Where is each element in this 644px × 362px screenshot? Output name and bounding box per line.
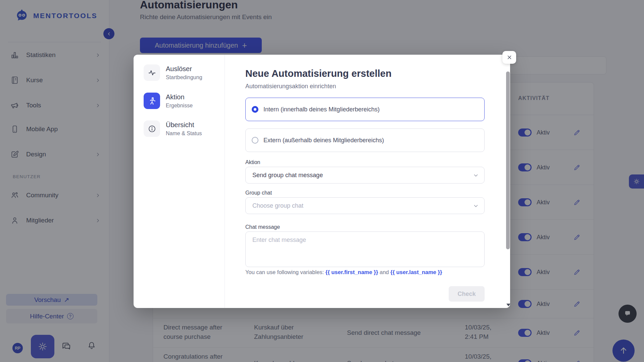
action-select[interactable]: Send group chat message bbox=[245, 167, 485, 184]
radio-selected-icon[interactable] bbox=[252, 106, 258, 113]
chevron-down-icon bbox=[473, 172, 479, 180]
modal-title: Neue Automatisierung erstellen bbox=[245, 68, 485, 79]
variable-last-name: {{ user.last_name }} bbox=[390, 269, 442, 275]
radio-unselected-icon[interactable] bbox=[252, 137, 258, 144]
pulse-icon bbox=[144, 64, 160, 81]
group-chat-select[interactable]: Choose group chat bbox=[245, 197, 485, 214]
step-uebersicht[interactable]: Übersicht Name & Status bbox=[144, 120, 202, 137]
variable-first-name: {{ user.first_name }} bbox=[326, 269, 378, 275]
chat-message-input[interactable] bbox=[245, 231, 485, 267]
action-label: Aktion bbox=[245, 159, 485, 165]
modal-subtitle: Automatisierungsaktion einrichten bbox=[245, 83, 485, 90]
modal-close-button[interactable] bbox=[502, 51, 516, 64]
modal-steps-panel: Auslöser Startbedingung Aktion Ergebniss… bbox=[134, 55, 225, 308]
scroll-down-arrow-icon[interactable] bbox=[506, 304, 510, 306]
modal-content: Neue Automatisierung erstellen Automatis… bbox=[245, 68, 485, 302]
close-icon bbox=[506, 54, 512, 60]
runner-icon bbox=[144, 93, 160, 109]
create-automation-modal: Auslöser Startbedingung Aktion Ergebniss… bbox=[134, 55, 510, 308]
option-intern[interactable]: Intern (innerhalb deines Mitgliederberei… bbox=[245, 98, 485, 121]
info-icon bbox=[144, 120, 160, 137]
check-button[interactable]: Check bbox=[449, 286, 485, 302]
modal-scrollbar-thumb[interactable] bbox=[506, 71, 510, 249]
variables-hint: You can use following variables: {{ user… bbox=[245, 269, 485, 275]
app-screen: MENTORTOOLS Statistiken Kurse bbox=[0, 0, 644, 362]
step-aktion[interactable]: Aktion Ergebnisse bbox=[144, 93, 193, 109]
option-extern[interactable]: Extern (außerhalb deines Mitgliederberei… bbox=[245, 128, 485, 152]
group-chat-label: Group chat bbox=[245, 190, 485, 196]
chat-message-label: Chat message bbox=[245, 224, 485, 230]
chevron-down-icon bbox=[473, 203, 479, 211]
step-ausloeser[interactable]: Auslöser Startbedingung bbox=[144, 64, 202, 81]
